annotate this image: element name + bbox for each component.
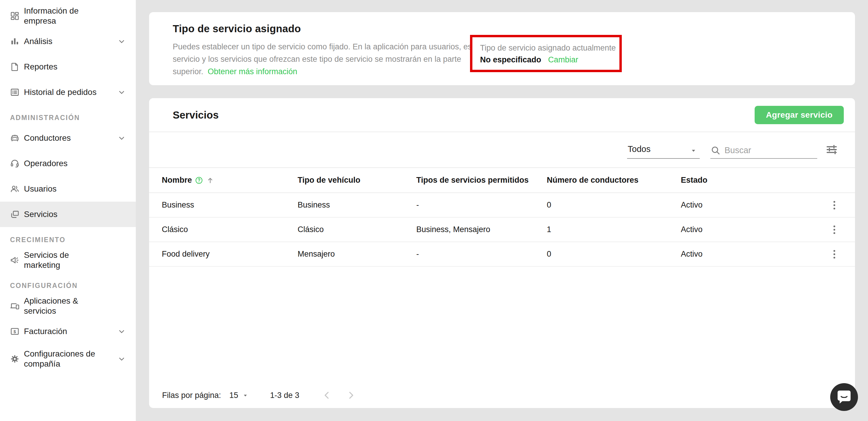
sidebar-item-servicios-de-marketing[interactable]: Servicios de marketing bbox=[0, 248, 136, 273]
assigned-service-card: Tipo de servicio asignado Puedes estable… bbox=[149, 12, 855, 85]
column-header-nombre[interactable]: Nombre bbox=[162, 176, 298, 185]
sidebar-item-conductores[interactable]: Conductores bbox=[0, 125, 136, 151]
assigned-card-title: Tipo de servicio asignado bbox=[173, 23, 301, 35]
kebab-menu-icon[interactable] bbox=[828, 247, 842, 261]
chevron-down-icon bbox=[118, 37, 126, 46]
tune-filter-icon[interactable] bbox=[825, 143, 838, 157]
sidebar-item-label: Facturación bbox=[24, 327, 67, 336]
next-page-button[interactable] bbox=[346, 389, 358, 401]
chevron-down-icon bbox=[118, 355, 126, 363]
column-header-tipo-de-vehiculo[interactable]: Tipo de vehículo bbox=[298, 176, 416, 185]
sidebar-item-informacion-de-empresa[interactable]: Información de empresa bbox=[0, 3, 136, 29]
rows-per-page-select[interactable]: 15 bbox=[229, 391, 249, 400]
app-screen: Información de empresa Análisis Reportes… bbox=[0, 0, 868, 421]
cell-allowed-service-types: Business, Mensajero bbox=[416, 225, 547, 234]
kebab-menu-icon[interactable] bbox=[828, 198, 842, 212]
sidebar-item-label: Usuarios bbox=[24, 184, 56, 194]
cell-vehicle-type: Mensajero bbox=[298, 250, 416, 259]
caret-down-icon bbox=[690, 147, 698, 154]
cell-driver-count: 1 bbox=[547, 225, 681, 234]
cell-name: Business bbox=[162, 200, 298, 209]
status-filter-dropdown[interactable]: Todos bbox=[627, 144, 700, 159]
services-title: Servicios bbox=[173, 98, 219, 132]
table-pagination: Filas por página: 15 1-3 de 3 bbox=[149, 383, 855, 408]
sidebar-item-label: Configuraciones de compañía bbox=[24, 349, 106, 369]
devices-icon bbox=[10, 301, 20, 311]
cell-allowed-service-types: - bbox=[416, 250, 547, 259]
column-label: Nombre bbox=[162, 176, 192, 185]
reports-icon bbox=[10, 62, 20, 72]
add-service-button[interactable]: Agregar servicio bbox=[755, 106, 844, 124]
help-circle-icon[interactable] bbox=[195, 176, 203, 185]
chat-bubble-icon bbox=[836, 389, 852, 405]
sidebar-item-reportes[interactable]: Reportes bbox=[0, 54, 136, 80]
search-field[interactable] bbox=[710, 145, 817, 159]
services-card: Servicios Agregar servicio Todos Nombre bbox=[149, 98, 855, 408]
sidebar-item-aplicaciones-servicios[interactable]: Aplicaciones & servicios bbox=[0, 293, 136, 319]
sidebar-item-label: Servicios bbox=[24, 209, 58, 219]
cell-status: Activo bbox=[681, 200, 813, 209]
chevron-right-icon bbox=[346, 390, 356, 400]
chevron-down-icon bbox=[118, 134, 126, 142]
rows-per-page-label: Filas por página: bbox=[162, 391, 221, 400]
column-header-tipos-servicios-permitidos[interactable]: Tipos de servicios permitidos bbox=[416, 176, 547, 185]
headset-icon bbox=[10, 159, 20, 169]
cell-driver-count: 0 bbox=[547, 200, 681, 209]
current-service-type-value: No especificado bbox=[480, 55, 541, 64]
search-icon bbox=[710, 145, 720, 155]
page-range-label: 1-3 de 3 bbox=[270, 391, 299, 400]
sidebar-section-crecimiento: CRECIMIENTO bbox=[10, 236, 136, 244]
sidebar-item-servicios[interactable]: Servicios bbox=[0, 202, 136, 227]
gear-icon bbox=[10, 354, 20, 364]
sidebar-item-label: Análisis bbox=[24, 36, 52, 47]
chat-launcher-button[interactable] bbox=[830, 383, 858, 411]
sidebar-item-label: Aplicaciones & servicios bbox=[24, 296, 106, 316]
services-toolbar: Todos bbox=[149, 132, 855, 168]
chevron-down-icon bbox=[118, 88, 126, 96]
table-header-row: Nombre Tipo de vehículo Tipos de servici… bbox=[149, 168, 855, 193]
sidebar-item-label: Operadores bbox=[24, 159, 68, 169]
cell-allowed-service-types: - bbox=[416, 200, 547, 209]
table-row[interactable]: Business Business - 0 Activo bbox=[149, 193, 855, 218]
search-input[interactable] bbox=[724, 145, 810, 155]
chevron-left-icon bbox=[322, 390, 332, 400]
sidebar-item-facturacion[interactable]: $ Facturación bbox=[0, 319, 136, 344]
column-header-numero-de-conductores[interactable]: Número de conductores bbox=[547, 176, 681, 185]
previous-page-button[interactable] bbox=[322, 389, 334, 401]
cell-name: Food delivery bbox=[162, 250, 298, 259]
cell-driver-count: 0 bbox=[547, 250, 681, 259]
status-filter-value: Todos bbox=[628, 144, 650, 154]
learn-more-link[interactable]: Obtener más información bbox=[208, 67, 297, 76]
cell-vehicle-type: Business bbox=[298, 200, 416, 209]
billing-icon: $ bbox=[10, 327, 20, 336]
services-card-header: Servicios Agregar servicio bbox=[149, 98, 855, 132]
chevron-down-icon bbox=[118, 327, 126, 336]
sidebar-item-configuraciones-de-compania[interactable]: Configuraciones de compañía bbox=[0, 344, 136, 374]
table-row[interactable]: Clásico Clásico Business, Mensajero 1 Ac… bbox=[149, 218, 855, 242]
taxi-icon bbox=[10, 133, 20, 143]
sidebar: Información de empresa Análisis Reportes… bbox=[0, 0, 136, 421]
megaphone-icon bbox=[10, 255, 20, 265]
caret-down-icon bbox=[242, 392, 249, 399]
sort-up-arrow-icon[interactable] bbox=[206, 176, 214, 185]
services-layers-icon bbox=[10, 209, 20, 219]
current-service-type-box: Tipo de servicio asignado actualmente No… bbox=[470, 35, 622, 72]
sidebar-section-administracion: ADMINISTRACIÓN bbox=[10, 114, 136, 122]
analytics-icon bbox=[10, 36, 20, 47]
sidebar-item-historial-de-pedidos[interactable]: Historial de pedidos bbox=[0, 80, 136, 105]
cell-vehicle-type: Clásico bbox=[298, 225, 416, 234]
sidebar-item-label: Servicios de marketing bbox=[24, 250, 106, 270]
sidebar-item-label: Conductores bbox=[24, 133, 71, 143]
cell-status: Activo bbox=[681, 225, 813, 234]
kebab-menu-icon[interactable] bbox=[828, 223, 842, 237]
column-header-estado[interactable]: Estado bbox=[681, 176, 813, 185]
cambiar-link[interactable]: Cambiar bbox=[548, 55, 578, 64]
sidebar-item-analisis[interactable]: Análisis bbox=[0, 29, 136, 54]
assigned-card-description: Puedes establecer un tipo de servicio co… bbox=[173, 40, 517, 78]
sidebar-item-usuarios[interactable]: Usuarios bbox=[0, 176, 136, 202]
sidebar-section-configuracion: CONFIGURACIÓN bbox=[10, 282, 136, 290]
table-row[interactable]: Food delivery Mensajero - 0 Activo bbox=[149, 242, 855, 267]
rows-per-page-value: 15 bbox=[229, 391, 238, 400]
order-history-icon bbox=[10, 87, 20, 97]
sidebar-item-operadores[interactable]: Operadores bbox=[0, 151, 136, 176]
